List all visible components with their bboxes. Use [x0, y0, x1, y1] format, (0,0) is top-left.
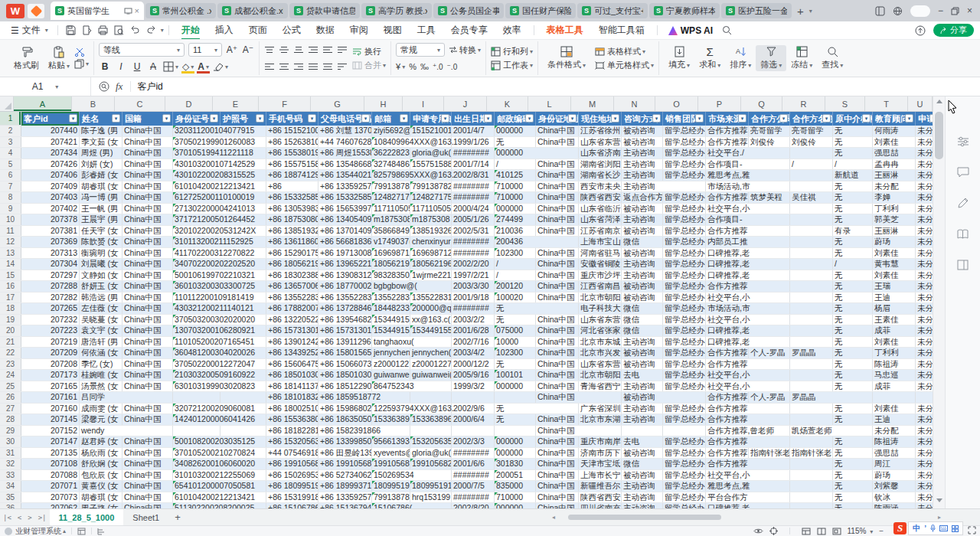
- cell[interactable]: 340702200202202520: [173, 259, 220, 270]
- cell[interactable]: +86 15536380: [266, 414, 318, 425]
- cell[interactable]: 151521001: [410, 126, 452, 136]
- cell[interactable]: 王一帆 (男: [80, 204, 122, 214]
- cell[interactable]: 黄韦慧: [873, 259, 916, 270]
- cell[interactable]: 主动咨询: [622, 181, 663, 192]
- cell[interactable]: 成雨雯 (女: [80, 404, 122, 414]
- cell[interactable]: 留学总经办: [663, 237, 706, 247]
- row-header-3[interactable]: 3: [0, 137, 21, 148]
- cell[interactable]: [122, 426, 173, 436]
- cell[interactable]: ziyi5692@(: [372, 126, 410, 136]
- cell[interactable]: China中国: [122, 170, 173, 181]
- cell[interactable]: +86: [266, 181, 318, 192]
- comment-icon[interactable]: [957, 167, 969, 178]
- cell[interactable]: 文静如 (女: [80, 270, 122, 281]
- cell[interactable]: +86 刘慧 137052: [318, 126, 372, 136]
- cell[interactable]: 王丽淋: [873, 226, 916, 237]
- cell[interactable]: 江苏省南京: [579, 226, 622, 237]
- cell[interactable]: +86 52734062: [318, 470, 372, 481]
- cell[interactable]: China中国: [122, 370, 173, 381]
- last-sheet-icon[interactable]: >|: [35, 514, 50, 521]
- cell[interactable]: 留学总经办: [663, 337, 706, 348]
- cell[interactable]: China中国: [122, 293, 173, 303]
- cell[interactable]: +86 1395468251: [318, 315, 372, 325]
- cell[interactable]: 207165: [21, 381, 80, 392]
- row-header-7[interactable]: 7: [0, 181, 21, 192]
- cell[interactable]: 留学总经办: [663, 159, 706, 170]
- document-tab[interactable]: S宁夏教师样本.xlsx: [649, 3, 720, 18]
- filter-dropdown-icon[interactable]: ▾: [484, 114, 492, 123]
- cell[interactable]: 合作方推荐: [706, 436, 749, 447]
- cell[interactable]: 社交平台./: [706, 148, 749, 159]
- valign-middle-icon[interactable]: [279, 45, 289, 54]
- cell[interactable]: 主动咨询: [622, 404, 663, 414]
- cell[interactable]: 合作方推荐: [706, 459, 749, 469]
- cell[interactable]: 合作方推荐: [706, 281, 749, 292]
- cell[interactable]: 口碑推荐,老: [706, 503, 749, 508]
- cell[interactable]: 口碑推荐,老: [706, 248, 749, 259]
- cell[interactable]: China中国: [122, 359, 173, 370]
- cell[interactable]: 无: [833, 270, 873, 281]
- cell[interactable]: [749, 303, 790, 314]
- underline-button[interactable]: U: [131, 61, 143, 72]
- cell[interactable]: tanghaoxu(: [372, 337, 410, 348]
- header-cell[interactable]: 咨询方式▾: [622, 112, 663, 126]
- paste-button[interactable]: 粘贴▾: [44, 45, 74, 72]
- cell[interactable]: 200051: [495, 470, 536, 481]
- cell[interactable]: ########: [452, 181, 495, 192]
- cell[interactable]: 未分配: [916, 503, 933, 508]
- cell[interactable]: 未分配: [916, 325, 933, 336]
- cell[interactable]: 153205635: [410, 436, 452, 447]
- cell[interactable]: /: [790, 159, 833, 170]
- cell[interactable]: 169698712: [372, 248, 410, 259]
- filter-dropdown-icon[interactable]: ▾: [112, 114, 120, 123]
- row-header-28[interactable]: 28: [0, 414, 21, 425]
- cell[interactable]: 153449155: [372, 325, 410, 336]
- cell[interactable]: +86 1396522100: [318, 259, 372, 270]
- preview-icon[interactable]: [111, 25, 127, 35]
- cell[interactable]: 北京市东湖: [579, 414, 622, 425]
- cell[interactable]: 主动咨询: [622, 159, 663, 170]
- cell[interactable]: China中国: [122, 303, 173, 314]
- header-cell[interactable]: 邮箱▾: [372, 112, 410, 126]
- cell[interactable]: 301830: [495, 459, 536, 469]
- column-header-N[interactable]: N: [614, 96, 655, 111]
- cell[interactable]: China中国: [122, 126, 173, 136]
- book-icon[interactable]: [957, 229, 969, 240]
- print-icon[interactable]: [95, 25, 111, 35]
- cell[interactable]: gloria@uk(: [410, 148, 452, 159]
- cell[interactable]: guiwanwei(: [372, 370, 410, 381]
- cell[interactable]: 指南针张老: [749, 448, 790, 459]
- cell[interactable]: 2002/8/31: [452, 170, 495, 181]
- cell[interactable]: China中国: [122, 436, 173, 447]
- cell[interactable]: 未分配: [916, 414, 933, 425]
- cell[interactable]: 153363896: [410, 414, 452, 425]
- distribute-icon[interactable]: [322, 62, 333, 71]
- cell[interactable]: 被动咨询: [622, 226, 663, 237]
- vertical-scrollbar[interactable]: [933, 96, 945, 508]
- cell[interactable]: 371721200501264452: [173, 214, 220, 225]
- cell[interactable]: 430103200107142529: [173, 159, 220, 170]
- cell[interactable]: 安徽省铜陵: [579, 259, 622, 270]
- file-menu[interactable]: ☰ 文件▾: [6, 24, 53, 37]
- cell[interactable]: 100101: [495, 370, 536, 381]
- cell[interactable]: 18448233(: [372, 303, 410, 314]
- row-header-34[interactable]: 34: [0, 481, 21, 492]
- cell[interactable]: 去电: [622, 436, 663, 447]
- cell[interactable]: [833, 392, 873, 403]
- cell[interactable]: China中国: [536, 248, 579, 259]
- cell[interactable]: 被动咨询: [622, 348, 663, 358]
- header-cell[interactable]: 身份证号▾: [173, 112, 220, 126]
- cell[interactable]: 孟冉冉: [873, 159, 916, 170]
- cell[interactable]: 季忆 (女): [80, 359, 122, 370]
- header-cell[interactable]: 姓名▾: [80, 112, 122, 126]
- cell[interactable]: 微信: [622, 459, 663, 469]
- currency-format-icon[interactable]: ¥▾: [396, 62, 405, 71]
- cell[interactable]: 主动咨询: [622, 481, 663, 492]
- cell[interactable]: 桂婉唯 (女: [80, 370, 122, 381]
- row-header-33[interactable]: 33: [0, 470, 21, 481]
- upload-icon[interactable]: [915, 25, 926, 36]
- valign-bottom-icon[interactable]: [293, 45, 304, 54]
- cell[interactable]: 207440: [21, 126, 80, 136]
- sogou-logo[interactable]: S: [893, 522, 906, 534]
- cell[interactable]: 山东省东营: [579, 137, 622, 148]
